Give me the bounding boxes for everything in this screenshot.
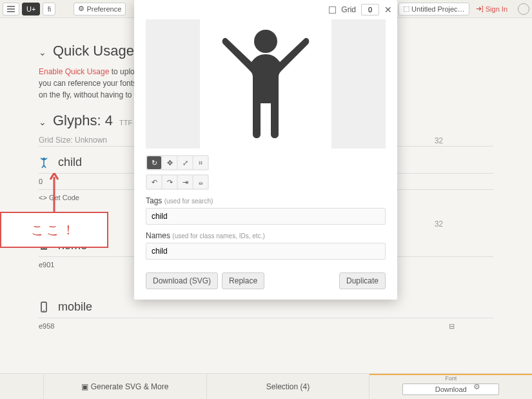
- menu-button[interactable]: [3, 3, 19, 15]
- glyph-count: 32: [435, 220, 443, 229]
- rotate-tool[interactable]: ↻: [147, 156, 161, 169]
- glyph-row-mobile[interactable]: mobile: [39, 300, 493, 314]
- selection-pane[interactable]: Selection (4): [207, 374, 370, 399]
- mirror-tool[interactable]: ⇥: [178, 176, 192, 189]
- sign-in-button[interactable]: ➜] Sign In: [472, 3, 511, 15]
- account-avatar[interactable]: [518, 3, 529, 15]
- modal-header: Grid ✕: [134, 0, 397, 19]
- duplicate-button[interactable]: Duplicate: [339, 272, 386, 289]
- project-button[interactable]: ⬚ Untitled Projec…: [399, 3, 469, 15]
- names-label: Names (used for class names, IDs, etc.): [146, 231, 386, 240]
- grid-value-input[interactable]: [361, 4, 379, 15]
- replace-button[interactable]: Replace: [222, 272, 264, 289]
- generate-svg-pane[interactable]: ▣ Generate SVG & More: [44, 374, 207, 399]
- svg-point-2: [43, 310, 44, 311]
- download-button[interactable]: Download: [402, 384, 499, 395]
- footer-spacer: [0, 374, 44, 399]
- edit-toolbar-1: ↻ ✥ ⤢ ⌗: [146, 155, 386, 170]
- undo-tool[interactable]: ↶: [147, 176, 161, 189]
- font-download-pane: Font Download ⚙: [369, 374, 532, 399]
- glyph-edit-modal: Grid ✕ ↻ ✥ ⤢ ⌗ ↶ ↷ ⇥ ⏛ Tags (used for se…: [134, 0, 397, 300]
- tags-input[interactable]: [146, 208, 386, 225]
- annotation-arrow: [49, 173, 59, 213]
- cube-icon: ⬚: [403, 5, 409, 13]
- preferences-button[interactable]: ⚙ Preference: [74, 3, 126, 15]
- font-label: Font: [445, 375, 457, 382]
- canvas-tool[interactable]: ⌗: [193, 156, 208, 169]
- image-icon: ▣: [81, 382, 88, 391]
- preview-side-left: [146, 19, 200, 148]
- signin-icon: ➜]: [476, 5, 484, 13]
- annotation-box: ここ！: [0, 212, 108, 248]
- edit-toolbar-2: ↶ ↷ ⇥ ⏛: [146, 174, 386, 190]
- glyph-name: child: [58, 156, 82, 169]
- event-icon[interactable]: ⊟: [449, 322, 455, 331]
- enable-quick-usage-link[interactable]: Enable Quick Usage: [39, 67, 109, 76]
- scale-tool[interactable]: ⤢: [178, 156, 192, 169]
- names-input[interactable]: [146, 243, 386, 260]
- footer-bar: ▣ Generate SVG & More Selection (4) Font…: [0, 373, 532, 399]
- svg-point-3: [254, 30, 277, 53]
- preview-side-right: [331, 19, 386, 148]
- chevron-down-icon: ⌄: [39, 117, 46, 127]
- close-icon[interactable]: ✕: [384, 5, 392, 15]
- flip-tool[interactable]: ⏛: [193, 176, 208, 189]
- modal-footer: Download (SVG) Replace Duplicate: [146, 272, 386, 289]
- child-glyph-large: [221, 26, 311, 142]
- preview-main: [206, 19, 325, 148]
- tags-label: Tags (used for search): [146, 196, 386, 205]
- download-svg-button[interactable]: Download (SVG): [146, 272, 218, 289]
- move-tool[interactable]: ✥: [163, 156, 177, 169]
- glyph-preview: [146, 19, 386, 148]
- mobile-icon: [39, 302, 49, 313]
- grid-label: Grid: [341, 5, 356, 14]
- u-plus-button[interactable]: U+: [22, 3, 40, 15]
- glyph-count: 32: [435, 136, 443, 145]
- glyph-name: mobile: [58, 300, 92, 314]
- glyph-code-row: e958 ⊟: [39, 320, 493, 333]
- section-title: Glyphs: 4: [53, 112, 113, 129]
- child-icon: [39, 157, 49, 169]
- section-title: Quick Usage: [53, 43, 134, 59]
- redo-tool[interactable]: ↷: [163, 176, 177, 189]
- gear-icon: ⚙: [78, 5, 84, 13]
- grid-checkbox[interactable]: [329, 6, 336, 14]
- chevron-down-icon: ⌄: [39, 47, 46, 57]
- settings-icon[interactable]: ⚙: [473, 382, 480, 391]
- annotation-text: ここ！: [31, 221, 77, 239]
- fi-button[interactable]: fi: [43, 3, 55, 15]
- modal-form: Tags (used for search) Names (used for c…: [146, 196, 386, 266]
